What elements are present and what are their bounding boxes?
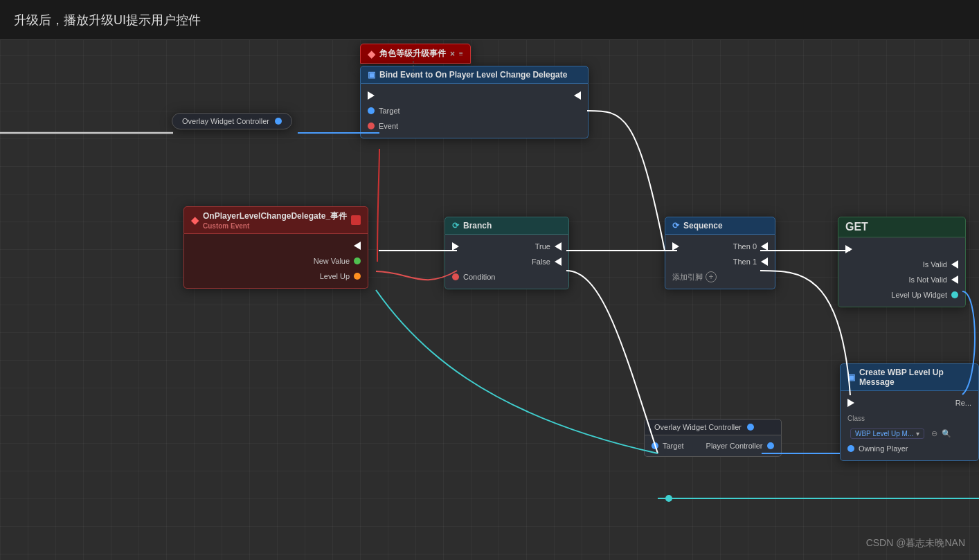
bind-icon: ▣	[368, 70, 375, 80]
get-is-not-valid-row: Is Not Valid	[838, 272, 965, 287]
branch-body: True False Condition	[444, 235, 569, 289]
bind-node-label: Bind Event to On Player Level Change Del…	[379, 70, 567, 80]
branch-true-pin	[555, 242, 562, 251]
create-owning-pin	[847, 445, 854, 452]
event-node-label: 角色等级升级事件	[379, 48, 446, 60]
get-level-up-label: Level Up Widget	[891, 291, 947, 299]
create-node: ▣ Create WBP Level Up Message Re... Clas…	[840, 363, 979, 461]
delegate-stop-icon	[351, 215, 361, 225]
overlay-bottom-label: Overlay Widget Controller	[654, 423, 742, 431]
delegate-level-up-pin	[354, 273, 361, 280]
get-label: GET	[845, 221, 868, 233]
branch-icon: ⟳	[452, 221, 459, 231]
delegate-level-up-row: Level Up	[184, 269, 368, 284]
get-exec-row	[838, 242, 965, 257]
get-is-valid-label: Is Valid	[923, 260, 947, 269]
get-node: GET Is Valid Is Not Valid Level Up Widge…	[838, 217, 966, 307]
event-close-icon[interactable]: ×	[450, 49, 455, 59]
overlay-bottom-pin	[747, 424, 754, 431]
branch-false-pin	[555, 258, 562, 266]
branch-condition-row: Condition	[445, 269, 568, 284]
event-icon: ◆	[368, 48, 375, 60]
delegate-sublabel: Custom Event	[203, 222, 347, 230]
sequence-exec-in	[672, 242, 679, 251]
bind-target-label: Target	[379, 107, 400, 115]
bind-event-row: Event	[361, 118, 588, 134]
sequence-label: Sequence	[683, 221, 723, 231]
get-is-not-valid-pin	[951, 276, 958, 284]
create-minus-icon: ⊖	[931, 429, 937, 438]
delegate-diamond-icon: ◆	[191, 215, 199, 226]
overlay-small-label: Overlay Widget Controller	[182, 117, 269, 125]
get-exec-in	[845, 245, 852, 253]
sequence-body: Then 0 Then 1 添加引脚 +	[665, 235, 775, 289]
title-text: 升级后，播放升级UI提示用户控件	[14, 12, 201, 28]
delegate-exec-row	[184, 238, 368, 253]
sequence-exec-row: Then 0	[665, 239, 775, 254]
event-pin-icon: ≡	[459, 50, 463, 57]
branch-false-label: False	[532, 258, 550, 266]
target-row-node: Target Player Controller	[644, 435, 782, 457]
branch-condition-label: Condition	[463, 273, 495, 281]
bind-event-node: ▣ Bind Event to On Player Level Change D…	[360, 66, 589, 138]
watermark-text: CSDN @暮志未晚NAN	[866, 537, 965, 548]
overlay-small-node: Overlay Widget Controller	[172, 113, 292, 129]
player-controller-label: Player Controller	[706, 442, 763, 450]
sequence-then1-label: Then 1	[733, 258, 757, 266]
delegate-label: OnPlayerLevelChangeDelegate_事件	[203, 210, 347, 222]
player-controller-pin	[767, 442, 774, 449]
sequence-then1-pin	[761, 258, 768, 266]
get-is-valid-row: Is Valid	[838, 257, 965, 272]
branch-false-row: False	[445, 254, 568, 269]
create-label: Create WBP Level Up Message	[859, 368, 971, 387]
create-class-dropdown-icon: ▾	[916, 430, 919, 437]
sequence-add-pin-row[interactable]: 添加引脚 +	[665, 269, 775, 284]
get-level-up-row: Level Up Widget	[838, 287, 965, 302]
create-owning-label: Owning Player	[859, 444, 908, 453]
create-class-row: Class	[841, 410, 978, 426]
sequence-add-button[interactable]: +	[706, 271, 717, 282]
bind-exec-row	[361, 88, 588, 103]
bottom-widget-group: Overlay Widget Controller Target Player …	[644, 419, 782, 457]
branch-label: Branch	[463, 221, 492, 231]
branch-true-label: True	[535, 242, 550, 251]
title-bar: 升级后，播放升级UI提示用户控件	[0, 0, 979, 40]
event-node-header: ◆ 角色等级升级事件 × ≡	[360, 44, 471, 64]
get-is-not-valid-label: Is Not Valid	[909, 276, 947, 284]
target-pins-row: Target Player Controller	[645, 438, 781, 453]
branch-header: ⟳ Branch	[444, 217, 569, 235]
create-search-icon: 🔍	[942, 429, 951, 438]
get-body: Is Valid Is Not Valid Level Up Widget	[838, 237, 966, 307]
delegate-exec-pin	[354, 242, 361, 250]
create-class-label: Class	[847, 415, 865, 422]
branch-condition-pin	[452, 273, 459, 280]
target-in-pin	[652, 442, 658, 449]
bind-event-pin	[368, 123, 375, 129]
sequence-then1-row: Then 1	[665, 254, 775, 269]
create-return-label: Re...	[955, 399, 971, 407]
delegate-new-value-pin	[354, 258, 361, 264]
overlay-bottom-node: Overlay Widget Controller	[644, 419, 782, 435]
bind-node-body: Target Event	[360, 84, 589, 138]
watermark: CSDN @暮志未晚NAN	[866, 537, 965, 550]
get-is-valid-pin	[951, 260, 958, 269]
target-label: Target	[663, 442, 684, 450]
branch-exec-in	[452, 242, 459, 251]
create-class-value-text: WBP Level Up M...	[855, 430, 913, 437]
create-body: Re... Class WBP Level Up M... ▾ ⊖ 🔍 Owni…	[840, 391, 979, 461]
get-header: GET	[838, 217, 966, 237]
create-exec-row: Re...	[841, 395, 978, 410]
create-exec-in	[847, 399, 854, 407]
delegate-body: New Value Level Up	[183, 234, 368, 289]
create-class-value[interactable]: WBP Level Up M... ▾	[850, 428, 924, 439]
get-level-up-pin	[951, 291, 958, 298]
create-owning-row: Owning Player	[841, 441, 978, 456]
branch-node: ⟳ Branch True False Condition	[444, 217, 569, 289]
bind-target-row: Target	[361, 103, 588, 118]
sequence-add-label: 添加引脚	[672, 272, 703, 282]
sequence-then0-label: Then 0	[733, 242, 757, 251]
overlay-small-pin	[275, 118, 282, 125]
create-class-value-row: WBP Level Up M... ▾ ⊖ 🔍	[841, 426, 978, 441]
sequence-icon: ⟳	[672, 221, 679, 231]
delegate-level-up-label: Level Up	[320, 272, 350, 280]
